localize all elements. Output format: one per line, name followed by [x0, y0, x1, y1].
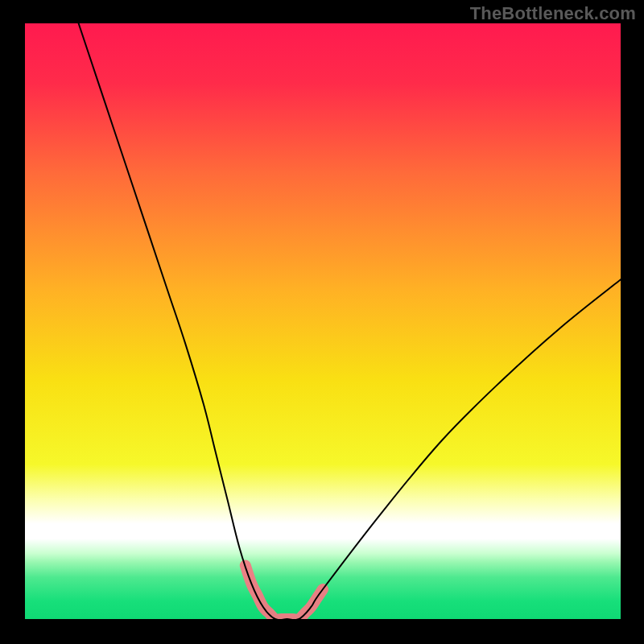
plot-area — [25, 23, 621, 619]
gradient-background — [25, 23, 621, 619]
plot-svg — [25, 23, 621, 619]
watermark-text: TheBottleneck.com — [470, 3, 636, 24]
chart-frame: TheBottleneck.com — [0, 0, 644, 644]
